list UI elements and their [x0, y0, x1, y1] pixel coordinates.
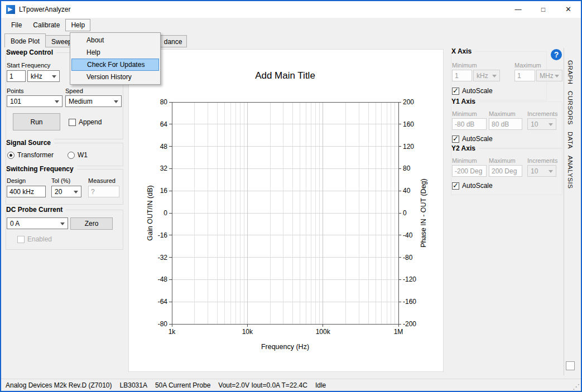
y1-tick-label: -64	[158, 298, 168, 306]
y1-min-label: Minimum	[452, 110, 477, 117]
y1-tick-label: 32	[160, 164, 168, 172]
side-tab-strip: GRAPH CURSORS DATA ANALYSIS	[564, 48, 576, 375]
chart-title: Add Main Title	[255, 70, 315, 81]
y1-tick-label: 80	[160, 98, 168, 106]
chevron-down-icon	[549, 170, 553, 173]
x-min-input	[452, 70, 472, 81]
side-tab-analysis[interactable]: ANALYSIS	[567, 156, 574, 188]
y1-tick-label: -16	[158, 231, 168, 239]
y2-tick-label: 0	[403, 209, 407, 217]
tab-bode-plot[interactable]: Bode Plot	[4, 33, 46, 47]
points-label: Points	[7, 88, 24, 94]
x-autoscale-label: AutoScale	[462, 87, 493, 95]
run-button[interactable]: Run	[13, 113, 60, 130]
chevron-down-icon	[55, 100, 59, 103]
y1-increments-select: 10	[527, 118, 556, 130]
x-axis-group: X Axis Minimum Maximum kHz MHz AutoScale	[451, 51, 547, 100]
x-max-unit-select: MHz	[536, 70, 562, 81]
tol-select[interactable]: 20	[51, 186, 81, 197]
y1-tick-label: -80	[158, 320, 168, 328]
resize-grip[interactable]: ⋰	[573, 383, 580, 391]
y2-min-input	[452, 165, 487, 177]
y2-autoscale-checkbox[interactable]: AutoScale	[452, 182, 493, 190]
y1-tick-label: 64	[160, 120, 168, 128]
axes-settings-panel: ? X Axis Minimum Maximum kHz MHz AutoSca…	[451, 48, 562, 374]
menu-item-help[interactable]: Help	[70, 46, 160, 59]
x-tick-label: 1k	[169, 328, 176, 336]
menu-help[interactable]: Help	[65, 19, 90, 31]
y2-max-input	[489, 165, 522, 177]
dc-probe-current-value: 0 A	[10, 220, 20, 228]
status-device: Analog Devices M2k Rev.D (Z7010)	[6, 381, 112, 389]
x-tick-label: 1M	[394, 328, 403, 336]
status-probe: 50A Current Probe	[155, 381, 210, 389]
menu-calibrate[interactable]: Calibrate	[27, 19, 65, 31]
radio-transformer[interactable]: Transformer	[7, 151, 54, 159]
close-button[interactable]: ✕	[556, 1, 581, 18]
x-axis-title: X Axis	[451, 47, 475, 55]
points-value: 101	[10, 98, 21, 105]
status-measurements: Vout=2.0V Iout=0.0A T=22.4C	[218, 381, 307, 389]
x-max-input	[514, 70, 535, 81]
design-label: Design	[7, 177, 26, 184]
points-select[interactable]: 101	[7, 95, 62, 107]
y2-increments-value: 10	[531, 167, 538, 175]
y2-tick-label: -40	[403, 231, 413, 239]
y2-tick-label: -80	[403, 254, 413, 262]
sweep-control-title: Sweep Control	[6, 49, 56, 56]
x-min-unit-value: kHz	[477, 72, 488, 80]
app-window: LTpowerAnalyzer — □ ✕ File Calibrate Hel…	[0, 0, 582, 392]
chevron-down-icon	[52, 75, 56, 78]
y2-tick-label: -120	[403, 275, 416, 283]
minimize-button[interactable]: —	[506, 1, 531, 18]
menu-item-about[interactable]: About	[70, 34, 160, 46]
chevron-down-icon	[555, 75, 559, 78]
dc-probe-current-select[interactable]: 0 A	[7, 217, 68, 229]
chevron-down-icon	[492, 75, 497, 78]
speed-select[interactable]: Medium	[65, 95, 122, 107]
side-tab-graph[interactable]: GRAPH	[567, 60, 574, 84]
append-checkbox[interactable]: Append	[69, 118, 102, 126]
y2-tick-label: 200	[403, 98, 414, 106]
y1-axis-title: Y1 Axis	[451, 98, 479, 105]
status-bar: Analog Devices M2k Rev.D (Z7010) LB3031A…	[1, 379, 581, 391]
side-tab-data[interactable]: DATA	[567, 132, 574, 149]
sweep-control-panel: Sweep Control Start Frequency kHz Points…	[6, 49, 123, 375]
dc-probe-current-group: DC Probe Current 0 A Zero Enabled	[6, 210, 123, 250]
chevron-down-icon	[74, 191, 78, 193]
measured-field	[88, 186, 119, 197]
y2-autoscale-label: AutoScale	[462, 182, 493, 190]
checkbox-box	[452, 182, 459, 190]
x-tick-label: 100k	[316, 328, 331, 336]
switching-frequency-title: Switching Frequency	[6, 165, 77, 173]
zero-button[interactable]: Zero	[70, 217, 113, 230]
status-board: LB3031A	[120, 381, 147, 389]
y1-tick-label: -32	[158, 254, 168, 262]
y2-tick-label: 80	[403, 164, 411, 172]
side-tab-cursors[interactable]: CURSORS	[567, 91, 574, 125]
y2-axis-label: Phase IN - OUT (Deg)	[420, 178, 427, 247]
y1-max-label: Maximum	[489, 110, 516, 117]
design-input[interactable]	[7, 186, 46, 197]
y1-autoscale-checkbox[interactable]: AutoScale	[452, 135, 493, 143]
start-frequency-unit-select[interactable]: kHz	[27, 70, 60, 82]
maximize-button[interactable]: □	[531, 1, 556, 18]
x-min-unit-select: kHz	[473, 70, 500, 81]
app-icon	[6, 5, 15, 14]
enabled-label: Enabled	[27, 235, 52, 243]
start-frequency-input[interactable]	[7, 70, 26, 82]
menu-item-check-for-updates[interactable]: Check For Updates	[71, 59, 159, 71]
radio-w1[interactable]: W1	[68, 151, 88, 159]
help-icon[interactable]: ?	[551, 49, 562, 60]
y2-increments-label: Increments	[527, 157, 557, 164]
y2-tick-label: -200	[403, 320, 416, 328]
radio-circle	[68, 152, 75, 159]
y1-increments-label: Increments	[527, 110, 557, 117]
x-autoscale-checkbox[interactable]: AutoScale	[452, 87, 493, 95]
enabled-checkbox: Enabled	[17, 235, 52, 243]
panel-corner-button[interactable]	[566, 361, 575, 370]
menu-file[interactable]: File	[6, 19, 27, 31]
speed-label: Speed	[65, 88, 83, 94]
menu-item-version-history[interactable]: Version History	[70, 71, 160, 83]
y2-max-label: Maximum	[489, 157, 516, 164]
